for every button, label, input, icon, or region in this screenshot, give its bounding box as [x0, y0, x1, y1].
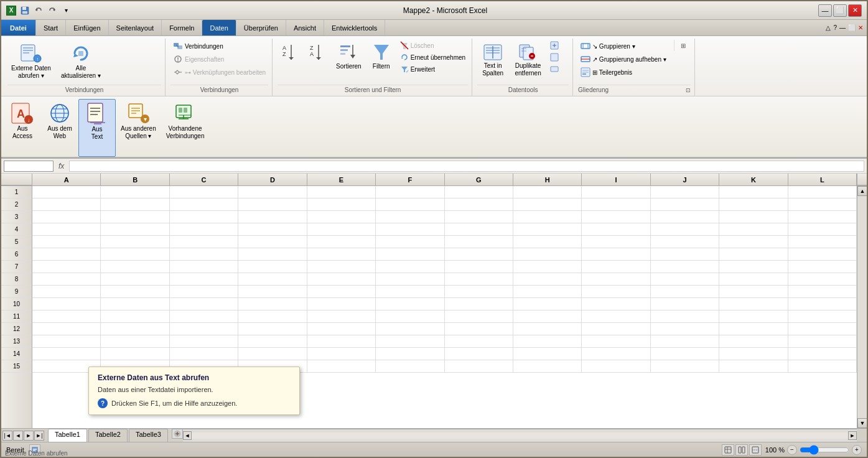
scroll-down-btn[interactable]: ▼: [857, 418, 867, 428]
cell[interactable]: [513, 360, 582, 373]
cell[interactable]: [32, 348, 101, 360]
cell[interactable]: [651, 298, 719, 311]
help-close[interactable]: ✕: [858, 24, 863, 31]
scroll-thumb[interactable]: [857, 196, 867, 418]
cell[interactable]: [582, 298, 650, 311]
btn-gruppierung-aufheben[interactable]: ↗ Gruppierung aufheben ▾: [578, 53, 669, 65]
cell[interactable]: [170, 311, 238, 323]
col-k[interactable]: K: [719, 174, 788, 185]
cell[interactable]: [101, 248, 169, 261]
cell[interactable]: [651, 323, 719, 335]
cell[interactable]: [445, 298, 513, 311]
horizontal-scrollbar[interactable]: ◄ ►: [183, 429, 857, 442]
sheet-tab-tabelle2[interactable]: Tabelle2: [88, 429, 128, 442]
cell[interactable]: [719, 186, 788, 199]
cell[interactable]: [307, 186, 376, 199]
help-icon[interactable]: △: [826, 24, 831, 31]
help-minimize[interactable]: —: [839, 24, 846, 31]
cell[interactable]: [719, 273, 788, 286]
cell[interactable]: [376, 348, 444, 360]
cell[interactable]: [101, 211, 169, 223]
btn-gliederung-extra1[interactable]: ⊞: [677, 40, 691, 51]
btn-externe-daten-abrufen[interactable]: ↑ Externe Datenabrufen ▾: [7, 40, 55, 82]
btn-duplikate[interactable]: Duplikateentfernen: [511, 40, 545, 80]
tab-seitenlayout[interactable]: Seitenlayout: [109, 20, 162, 35]
cell[interactable]: [719, 360, 788, 373]
table-row[interactable]: [32, 298, 857, 311]
cell[interactable]: [788, 273, 857, 286]
table-row[interactable]: [32, 273, 857, 286]
btn-aus-anderen[interactable]: ▾ Aus anderenQuellen ▾: [116, 99, 161, 157]
cell[interactable]: [170, 286, 238, 298]
cell[interactable]: [376, 360, 444, 373]
cell[interactable]: [170, 273, 238, 286]
cell[interactable]: [32, 261, 101, 273]
cell[interactable]: [513, 286, 582, 298]
cell[interactable]: [307, 273, 376, 286]
cell[interactable]: [101, 236, 169, 248]
cell[interactable]: [101, 335, 169, 348]
cell[interactable]: [32, 286, 101, 298]
minimize-btn[interactable]: —: [818, 4, 832, 17]
cell[interactable]: [651, 211, 719, 223]
cell[interactable]: [238, 248, 307, 261]
cell[interactable]: [788, 360, 857, 373]
formula-input[interactable]: [69, 161, 864, 172]
cell[interactable]: [445, 223, 513, 236]
cell[interactable]: [582, 223, 650, 236]
btn-aus-web[interactable]: Aus demWeb: [41, 99, 78, 157]
cell[interactable]: [788, 223, 857, 236]
cell[interactable]: [101, 286, 169, 298]
cell[interactable]: [238, 311, 307, 323]
cell[interactable]: [238, 223, 307, 236]
cell[interactable]: [513, 248, 582, 261]
col-a[interactable]: A: [32, 174, 101, 185]
btn-sort-az[interactable]: A Z: [278, 40, 302, 65]
cell[interactable]: [445, 323, 513, 335]
btn-eigenschaften[interactable]: Eigenschaften: [170, 53, 268, 65]
cell[interactable]: [445, 186, 513, 199]
cell[interactable]: [651, 335, 719, 348]
cell[interactable]: [101, 223, 169, 236]
cell[interactable]: [788, 323, 857, 335]
cell[interactable]: [307, 223, 376, 236]
cell[interactable]: [445, 311, 513, 323]
cell[interactable]: [788, 186, 857, 199]
cell[interactable]: [719, 211, 788, 223]
table-row[interactable]: [32, 348, 857, 360]
cell[interactable]: [445, 199, 513, 211]
cell[interactable]: [513, 348, 582, 360]
cell[interactable]: [238, 348, 307, 360]
tab-entwicklertools[interactable]: Entwicklertools: [324, 20, 385, 35]
tab-nav-last[interactable]: ►|: [34, 431, 44, 441]
cell[interactable]: [170, 261, 238, 273]
col-b[interactable]: B: [101, 174, 169, 185]
cell[interactable]: [32, 323, 101, 335]
maximize-btn[interactable]: ⬜: [833, 4, 847, 17]
cell[interactable]: [238, 323, 307, 335]
cell[interactable]: [719, 335, 788, 348]
cell[interactable]: [376, 311, 444, 323]
cell[interactable]: [788, 286, 857, 298]
table-row[interactable]: [32, 248, 857, 261]
col-l[interactable]: L: [788, 174, 857, 185]
cell[interactable]: [445, 286, 513, 298]
col-j[interactable]: J: [651, 174, 719, 185]
table-row[interactable]: [32, 286, 857, 298]
cell[interactable]: [445, 348, 513, 360]
cell[interactable]: [376, 286, 444, 298]
btn-text-spalten[interactable]: Text inSpalten: [477, 40, 508, 80]
table-row[interactable]: [32, 323, 857, 335]
cell[interactable]: [719, 348, 788, 360]
cell[interactable]: [376, 236, 444, 248]
cell[interactable]: [101, 273, 169, 286]
save-quick-btn[interactable]: [19, 5, 31, 16]
btn-gruppieren[interactable]: ↘ Gruppieren ▾: [578, 40, 669, 52]
tab-einfuegen[interactable]: Einfügen: [66, 20, 108, 35]
zoom-slider[interactable]: [800, 447, 849, 452]
undo-quick-btn[interactable]: [32, 5, 45, 16]
cell[interactable]: [376, 199, 444, 211]
cell[interactable]: [582, 199, 650, 211]
cell[interactable]: [582, 236, 650, 248]
cell[interactable]: [582, 273, 650, 286]
